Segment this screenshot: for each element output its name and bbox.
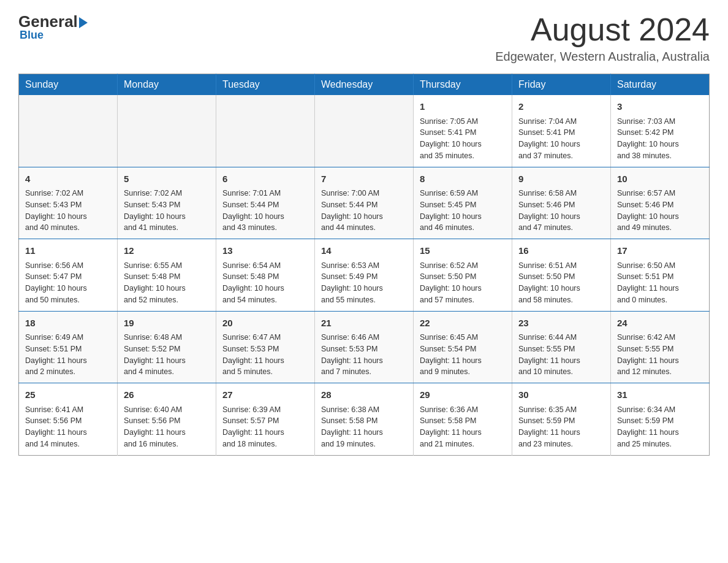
- calendar-cell: 29Sunrise: 6:36 AM Sunset: 5:58 PM Dayli…: [414, 383, 512, 456]
- calendar-cell: 8Sunrise: 6:59 AM Sunset: 5:45 PM Daylig…: [414, 167, 512, 239]
- day-number: 27: [222, 388, 308, 402]
- day-number: 21: [321, 316, 407, 331]
- day-number: 3: [617, 100, 703, 114]
- calendar-cell: 30Sunrise: 6:35 AM Sunset: 5:59 PM Dayli…: [512, 383, 611, 456]
- day-info: Sunrise: 6:38 AM Sunset: 5:58 PM Dayligh…: [321, 404, 407, 450]
- calendar-cell: 16Sunrise: 6:51 AM Sunset: 5:50 PM Dayli…: [512, 239, 611, 312]
- calendar-week-row: 1Sunrise: 7:05 AM Sunset: 5:41 PM Daylig…: [19, 95, 710, 167]
- calendar-cell: 15Sunrise: 6:52 AM Sunset: 5:50 PM Dayli…: [414, 239, 512, 312]
- calendar-cell: 31Sunrise: 6:34 AM Sunset: 5:59 PM Dayli…: [611, 383, 710, 456]
- day-number: 19: [124, 316, 210, 331]
- calendar-header-monday: Monday: [118, 74, 216, 96]
- day-info: Sunrise: 6:40 AM Sunset: 5:56 PM Dayligh…: [124, 404, 210, 450]
- calendar-cell: 6Sunrise: 7:01 AM Sunset: 5:44 PM Daylig…: [216, 167, 315, 239]
- day-number: 16: [518, 244, 604, 258]
- day-info: Sunrise: 6:41 AM Sunset: 5:56 PM Dayligh…: [25, 404, 111, 450]
- day-info: Sunrise: 7:03 AM Sunset: 5:42 PM Dayligh…: [617, 116, 703, 162]
- calendar-cell: 23Sunrise: 6:44 AM Sunset: 5:55 PM Dayli…: [512, 311, 611, 383]
- calendar-header-wednesday: Wednesday: [315, 74, 414, 96]
- calendar-cell: 14Sunrise: 6:53 AM Sunset: 5:49 PM Dayli…: [315, 239, 414, 312]
- title-section: August 2024 Edgewater, Western Australia…: [495, 12, 710, 64]
- day-number: 2: [518, 100, 604, 114]
- day-number: 13: [222, 244, 308, 258]
- day-number: 9: [518, 172, 604, 186]
- logo: General Blue: [18, 12, 88, 42]
- calendar-cell: 17Sunrise: 6:50 AM Sunset: 5:51 PM Dayli…: [611, 239, 710, 312]
- day-number: 29: [420, 388, 506, 402]
- day-number: 6: [222, 172, 308, 186]
- day-info: Sunrise: 7:01 AM Sunset: 5:44 PM Dayligh…: [222, 188, 308, 234]
- day-number: 17: [617, 244, 703, 258]
- day-number: 11: [25, 244, 111, 258]
- calendar-header-saturday: Saturday: [611, 74, 710, 96]
- day-info: Sunrise: 6:46 AM Sunset: 5:53 PM Dayligh…: [321, 332, 407, 378]
- day-info: Sunrise: 6:44 AM Sunset: 5:55 PM Dayligh…: [518, 332, 604, 378]
- day-number: 30: [518, 388, 604, 402]
- day-info: Sunrise: 6:52 AM Sunset: 5:50 PM Dayligh…: [420, 260, 506, 306]
- calendar-header-sunday: Sunday: [19, 74, 118, 96]
- calendar-week-row: 18Sunrise: 6:49 AM Sunset: 5:51 PM Dayli…: [19, 311, 710, 383]
- day-number: 7: [321, 172, 407, 186]
- calendar-cell: 18Sunrise: 6:49 AM Sunset: 5:51 PM Dayli…: [19, 311, 118, 383]
- day-info: Sunrise: 6:49 AM Sunset: 5:51 PM Dayligh…: [25, 332, 111, 378]
- day-info: Sunrise: 6:34 AM Sunset: 5:59 PM Dayligh…: [617, 404, 703, 450]
- calendar-cell: 1Sunrise: 7:05 AM Sunset: 5:41 PM Daylig…: [414, 95, 512, 167]
- calendar-week-row: 4Sunrise: 7:02 AM Sunset: 5:43 PM Daylig…: [19, 167, 710, 239]
- day-number: 1: [420, 100, 506, 114]
- calendar-cell: 12Sunrise: 6:55 AM Sunset: 5:48 PM Dayli…: [118, 239, 216, 312]
- day-number: 12: [124, 244, 210, 258]
- calendar-cell: [19, 95, 118, 167]
- calendar-header-tuesday: Tuesday: [216, 74, 315, 96]
- day-info: Sunrise: 6:59 AM Sunset: 5:45 PM Dayligh…: [420, 188, 506, 234]
- day-info: Sunrise: 6:56 AM Sunset: 5:47 PM Dayligh…: [25, 260, 111, 306]
- day-number: 5: [124, 172, 210, 186]
- calendar-cell: 7Sunrise: 7:00 AM Sunset: 5:44 PM Daylig…: [315, 167, 414, 239]
- calendar-header-row: SundayMondayTuesdayWednesdayThursdayFrid…: [19, 74, 710, 96]
- day-number: 26: [124, 388, 210, 402]
- calendar-cell: [118, 95, 216, 167]
- calendar-cell: 3Sunrise: 7:03 AM Sunset: 5:42 PM Daylig…: [611, 95, 710, 167]
- day-info: Sunrise: 6:53 AM Sunset: 5:49 PM Dayligh…: [321, 260, 407, 306]
- day-number: 8: [420, 172, 506, 186]
- day-number: 18: [25, 316, 111, 331]
- calendar-cell: 5Sunrise: 7:02 AM Sunset: 5:43 PM Daylig…: [118, 167, 216, 239]
- calendar-cell: 19Sunrise: 6:48 AM Sunset: 5:52 PM Dayli…: [118, 311, 216, 383]
- main-title: August 2024: [495, 12, 710, 47]
- calendar-cell: 28Sunrise: 6:38 AM Sunset: 5:58 PM Dayli…: [315, 383, 414, 456]
- calendar-week-row: 25Sunrise: 6:41 AM Sunset: 5:56 PM Dayli…: [19, 383, 710, 456]
- day-info: Sunrise: 7:05 AM Sunset: 5:41 PM Dayligh…: [420, 116, 506, 162]
- day-number: 22: [420, 316, 506, 331]
- day-number: 10: [617, 172, 703, 186]
- day-number: 25: [25, 388, 111, 402]
- page-header: General Blue August 2024 Edgewater, West…: [18, 12, 710, 64]
- day-info: Sunrise: 7:00 AM Sunset: 5:44 PM Dayligh…: [321, 188, 407, 234]
- calendar-cell: 24Sunrise: 6:42 AM Sunset: 5:55 PM Dayli…: [611, 311, 710, 383]
- day-info: Sunrise: 6:50 AM Sunset: 5:51 PM Dayligh…: [617, 260, 703, 306]
- calendar-cell: [216, 95, 315, 167]
- day-info: Sunrise: 6:35 AM Sunset: 5:59 PM Dayligh…: [518, 404, 604, 450]
- calendar-cell: 13Sunrise: 6:54 AM Sunset: 5:48 PM Dayli…: [216, 239, 315, 312]
- calendar-header-friday: Friday: [512, 74, 611, 96]
- day-info: Sunrise: 6:47 AM Sunset: 5:53 PM Dayligh…: [222, 332, 308, 378]
- calendar-cell: 2Sunrise: 7:04 AM Sunset: 5:41 PM Daylig…: [512, 95, 611, 167]
- day-number: 20: [222, 316, 308, 331]
- calendar-cell: 22Sunrise: 6:45 AM Sunset: 5:54 PM Dayli…: [414, 311, 512, 383]
- day-number: 15: [420, 244, 506, 258]
- day-info: Sunrise: 6:42 AM Sunset: 5:55 PM Dayligh…: [617, 332, 703, 378]
- calendar-table: SundayMondayTuesdayWednesdayThursdayFrid…: [18, 74, 710, 456]
- day-info: Sunrise: 6:58 AM Sunset: 5:46 PM Dayligh…: [518, 188, 604, 234]
- day-info: Sunrise: 7:04 AM Sunset: 5:41 PM Dayligh…: [518, 116, 604, 162]
- day-info: Sunrise: 7:02 AM Sunset: 5:43 PM Dayligh…: [124, 188, 210, 234]
- calendar-cell: 9Sunrise: 6:58 AM Sunset: 5:46 PM Daylig…: [512, 167, 611, 239]
- day-info: Sunrise: 6:55 AM Sunset: 5:48 PM Dayligh…: [124, 260, 210, 306]
- day-info: Sunrise: 6:39 AM Sunset: 5:57 PM Dayligh…: [222, 404, 308, 450]
- day-info: Sunrise: 6:51 AM Sunset: 5:50 PM Dayligh…: [518, 260, 604, 306]
- day-number: 23: [518, 316, 604, 331]
- day-info: Sunrise: 7:02 AM Sunset: 5:43 PM Dayligh…: [25, 188, 111, 234]
- day-number: 4: [25, 172, 111, 186]
- calendar-week-row: 11Sunrise: 6:56 AM Sunset: 5:47 PM Dayli…: [19, 239, 710, 312]
- day-number: 14: [321, 244, 407, 258]
- calendar-cell: 21Sunrise: 6:46 AM Sunset: 5:53 PM Dayli…: [315, 311, 414, 383]
- calendar-cell: 10Sunrise: 6:57 AM Sunset: 5:46 PM Dayli…: [611, 167, 710, 239]
- day-info: Sunrise: 6:54 AM Sunset: 5:48 PM Dayligh…: [222, 260, 308, 306]
